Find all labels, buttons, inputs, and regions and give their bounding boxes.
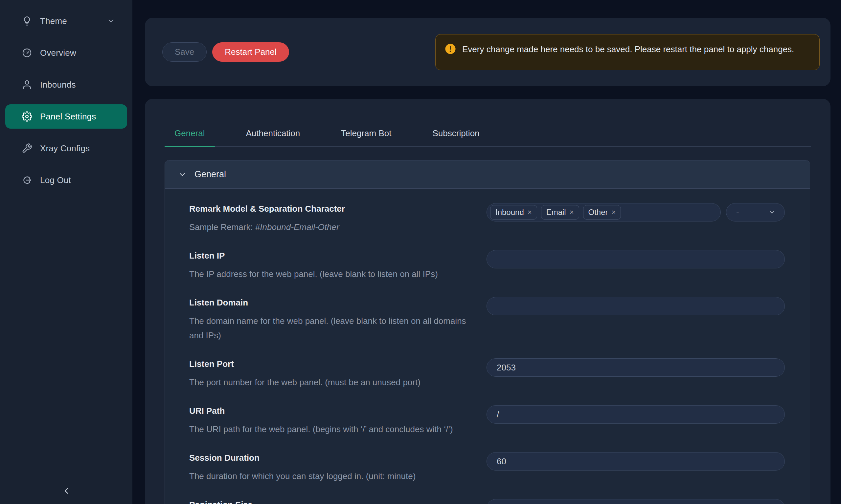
remove-tag-icon[interactable]: ×	[528, 209, 532, 216]
field-description: The URI path for the web panel. (begins …	[189, 422, 474, 436]
toolbar-card: Save Restart Panel Every change made her…	[145, 18, 830, 86]
main-content: Save Restart Panel Every change made her…	[132, 0, 841, 504]
lightbulb-icon	[22, 16, 32, 26]
sidebar-item-overview[interactable]: Overview	[5, 41, 127, 65]
form-row-uri-path: URI Path The URI path for the web panel.…	[189, 397, 791, 444]
sample-remark-prefix: Sample Remark:	[189, 222, 255, 232]
sidebar-item-inbounds[interactable]: Inbounds	[5, 73, 127, 97]
sidebar-item-xray-configs[interactable]: Xray Configs	[5, 136, 127, 160]
chevron-down-icon	[768, 209, 776, 216]
app-root: Theme Overview Inbounds Panel Settings	[0, 0, 841, 504]
listen-port-input[interactable]	[486, 358, 785, 377]
listen-domain-input[interactable]	[486, 297, 785, 315]
sidebar-item-label: Inbounds	[40, 80, 76, 90]
form-row-listen-domain: Listen Domain The domain name for the we…	[189, 289, 791, 350]
field-label: Listen IP	[189, 250, 474, 261]
tab-subscription[interactable]: Subscription	[423, 128, 489, 146]
form-row-listen-ip: Listen IP The IP address for the web pan…	[189, 242, 791, 289]
gauge-icon	[22, 48, 32, 58]
tab-authentication[interactable]: Authentication	[236, 128, 310, 146]
tab-telegram-bot[interactable]: Telegram Bot	[331, 128, 401, 146]
form-row-session-duration: Session Duration The duration for which …	[189, 444, 791, 491]
remove-tag-icon[interactable]: ×	[612, 209, 616, 216]
field-description: Sample Remark: #Inbound-Email-Other	[189, 220, 474, 234]
separation-character-select[interactable]: -	[726, 203, 785, 221]
field-description: The IP address for the web panel. (leave…	[189, 267, 474, 281]
listen-ip-input[interactable]	[486, 250, 785, 268]
tab-bar: General Authentication Telegram Bot Subs…	[165, 99, 811, 147]
sidebar-item-label: Theme	[40, 16, 67, 26]
sidebar-item-label: Xray Configs	[40, 143, 90, 154]
tag-label: Email	[546, 208, 566, 217]
general-collapse-panel: General Remark Model & Separation Charac…	[165, 160, 810, 504]
restart-panel-button[interactable]: Restart Panel	[212, 42, 289, 62]
wrench-icon	[22, 143, 32, 154]
uri-path-input[interactable]	[486, 405, 785, 424]
settings-card: General Authentication Telegram Bot Subs…	[145, 99, 830, 504]
alert-text: Every change made here needs to be saved…	[462, 42, 794, 56]
remark-model-multiselect[interactable]: Inbound × Email × Other ×	[486, 203, 721, 221]
sidebar-collapse-button[interactable]	[56, 484, 76, 499]
form-row-pagination-size: Pagination Size	[189, 491, 791, 504]
gear-icon	[22, 111, 32, 122]
sidebar-item-panel-settings[interactable]: Panel Settings	[5, 104, 127, 129]
sidebar-item-label: Overview	[40, 48, 76, 58]
tag-other: Other ×	[583, 205, 621, 219]
sidebar-item-theme[interactable]: Theme	[5, 9, 127, 33]
logout-icon	[22, 175, 32, 185]
tag-email: Email ×	[541, 205, 579, 219]
sidebar: Theme Overview Inbounds Panel Settings	[0, 0, 132, 504]
form-row-remark-model: Remark Model & Separation Character Samp…	[189, 195, 791, 242]
general-collapse-header[interactable]: General	[165, 160, 810, 189]
tab-general[interactable]: General	[165, 128, 215, 146]
tag-inbound: Inbound ×	[490, 205, 537, 219]
field-description: The port number for the web panel. (must…	[189, 375, 474, 390]
session-duration-input[interactable]	[486, 452, 785, 470]
sample-remark-value: #Inbound-Email-Other	[255, 222, 339, 232]
restart-warning-alert: Every change made here needs to be saved…	[435, 34, 820, 70]
field-label: Listen Port	[189, 358, 474, 370]
warning-icon	[445, 43, 456, 54]
remove-tag-icon[interactable]: ×	[570, 209, 574, 216]
save-button[interactable]: Save	[162, 42, 207, 62]
pagination-size-input[interactable]	[486, 499, 785, 504]
tag-label: Other	[588, 208, 608, 217]
field-description: The duration for which you can stay logg…	[189, 469, 474, 483]
sidebar-item-label: Log Out	[40, 175, 71, 185]
selected-separator: -	[736, 208, 739, 218]
sidebar-item-log-out[interactable]: Log Out	[5, 168, 127, 192]
chevron-left-icon	[62, 486, 71, 497]
sidebar-item-label: Panel Settings	[40, 111, 96, 122]
chevron-down-icon	[107, 17, 115, 25]
chevron-down-icon	[178, 170, 187, 179]
field-label: Pagination Size	[189, 499, 474, 504]
section-title: General	[194, 169, 226, 179]
general-form: Remark Model & Separation Character Samp…	[165, 189, 810, 504]
tag-label: Inbound	[495, 208, 524, 217]
field-label: Listen Domain	[189, 297, 474, 308]
user-icon	[22, 79, 32, 90]
field-label: Remark Model & Separation Character	[189, 203, 474, 214]
field-label: Session Duration	[189, 452, 474, 463]
field-label: URI Path	[189, 405, 474, 416]
field-description: The domain name for the web panel. (leav…	[189, 314, 474, 343]
form-row-listen-port: Listen Port The port number for the web …	[189, 350, 791, 397]
